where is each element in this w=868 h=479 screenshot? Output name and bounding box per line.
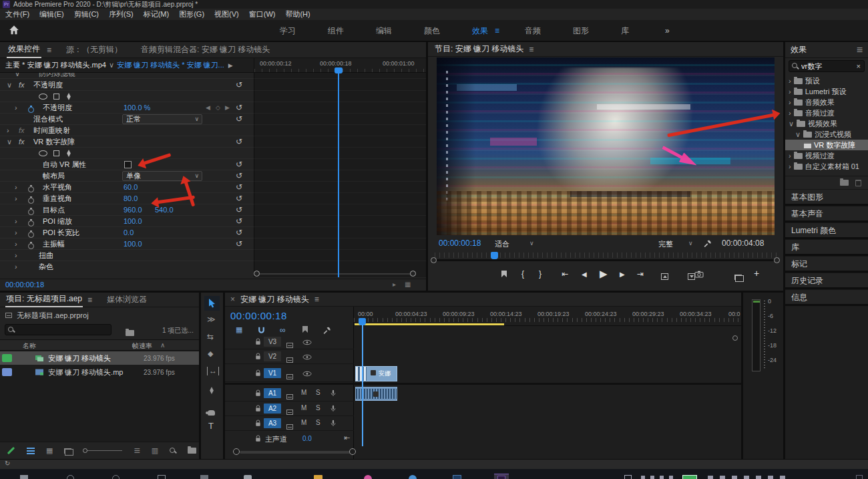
reset-param-icon[interactable]: ↺	[236, 102, 242, 113]
ec-hscroll-handle-right[interactable]	[410, 271, 416, 277]
workspace-tab-editing[interactable]: 编辑	[360, 25, 408, 37]
lock-icon[interactable]	[254, 369, 262, 377]
taskbar-cortana-icon[interactable]	[112, 475, 120, 479]
timeline-sequence-tab[interactable]: 安娜 镰刀 移动镜头	[240, 294, 309, 305]
track-header-v3[interactable]: V3	[225, 335, 354, 349]
tab-project[interactable]: 项目: 无标题项目.aep	[5, 293, 83, 307]
fx-row-frame-layout[interactable]: 帧布局 单像 ∨ ↺	[0, 170, 426, 182]
menu-clip[interactable]: 剪辑(C)	[74, 9, 99, 19]
ec-hscroll-handle-left[interactable]	[254, 271, 260, 277]
effects-panel-menu-icon[interactable]: ≡	[857, 44, 863, 56]
lift-icon[interactable]	[661, 273, 668, 280]
fx-row-vertical-fov[interactable]: › 垂直视角 80.0 ↺	[0, 193, 426, 204]
tool-selection[interactable]	[204, 296, 220, 311]
track-label[interactable]: V3	[264, 337, 281, 347]
playback-resolution-dropdown-icon[interactable]: ∨	[688, 240, 693, 247]
mark-in-icon[interactable]: {	[521, 269, 524, 279]
chevron-down-icon[interactable]: ∨	[7, 136, 12, 148]
sync-lock-icon[interactable]	[286, 424, 293, 430]
button-editor-icon[interactable]: +	[754, 268, 759, 279]
mark-out-icon[interactable]: }	[539, 269, 541, 279]
chevron-right-icon[interactable]: ›	[15, 238, 17, 250]
sync-lock-icon[interactable]	[286, 410, 293, 415]
chevron-right-icon[interactable]: ›	[15, 227, 17, 238]
fx-row-target-point[interactable]: 目标点 960.0 540.0 ↺	[0, 204, 426, 216]
pan-icon[interactable]: ⇤	[344, 434, 350, 442]
panel-tab-essential-sound[interactable]: 基本声音	[785, 206, 868, 220]
zoom-level-dropdown-icon[interactable]: ∨	[529, 240, 534, 247]
param-value-x[interactable]: 960.0	[124, 204, 142, 216]
chevron-right-icon[interactable]: ›	[15, 193, 17, 204]
chevron-right-icon[interactable]: ›	[789, 150, 791, 161]
work-area-bar[interactable]	[355, 323, 504, 325]
chevron-down-icon[interactable]: ∨	[15, 73, 20, 79]
workspace-tab-libraries[interactable]: 库	[605, 25, 645, 37]
track-header-a2[interactable]: A2 M S	[225, 402, 354, 416]
fx-row-vr-glitch-group[interactable]: ∨ fx VR 数字故障 ↺	[0, 136, 426, 148]
reset-param-icon[interactable]: ↺	[236, 204, 242, 215]
tree-item-lumetri-presets[interactable]: ›Lumetri 预设	[785, 86, 868, 97]
voiceover-mic-icon[interactable]	[329, 419, 337, 428]
sync-lock-icon[interactable]	[286, 357, 293, 363]
effect-controls-panel-menu-icon[interactable]: ≡	[47, 45, 51, 55]
tab-source-monitor[interactable]: 源：（无剪辑）	[66, 44, 122, 55]
step-forward-icon[interactable]: ▶	[620, 271, 625, 278]
program-scrubber[interactable]	[428, 252, 783, 264]
lock-icon[interactable]	[254, 353, 262, 360]
workspace-overflow-button[interactable]: »	[645, 26, 690, 35]
pen-mask-icon[interactable]	[65, 92, 72, 101]
fx-row-opacity-group[interactable]: ∨ fx 不透明度 ↺	[0, 79, 426, 91]
lock-icon[interactable]	[254, 435, 262, 442]
taskbar-app-icon[interactable]	[200, 475, 208, 479]
chevron-right-icon[interactable]: ›	[789, 75, 791, 86]
blend-mode-dropdown[interactable]: 正常 ∨	[122, 114, 202, 124]
stopwatch-icon[interactable]	[28, 232, 34, 238]
panel-tab-history[interactable]: 历史记录	[785, 273, 868, 287]
step-back-icon[interactable]: ◀	[582, 271, 587, 278]
timeline-zoom-handle-left[interactable]	[233, 448, 240, 455]
scrubber-handle-right[interactable]	[774, 257, 780, 263]
timeline-timecode[interactable]: 00:00:00:18	[230, 310, 287, 321]
sort-icons-button[interactable]: ≡	[134, 445, 140, 457]
sync-lock-icon[interactable]	[286, 343, 293, 348]
project-writable-icon[interactable]	[7, 447, 15, 454]
workspace-tab-assembly[interactable]: 组件	[312, 25, 360, 37]
fx-row-distort-group[interactable]: › 扭曲	[0, 250, 426, 261]
auto-vr-checkbox[interactable]	[124, 161, 132, 168]
taskbar-search-icon[interactable]	[67, 475, 74, 479]
stopwatch-icon[interactable]	[28, 198, 34, 204]
tool-type[interactable]: T	[208, 421, 214, 431]
tree-item-presets[interactable]: ›预设	[785, 75, 868, 86]
project-item-clip[interactable]: 安娜 镰刀 移动镜头.mp 23.976 fps	[0, 365, 199, 379]
lock-icon[interactable]	[254, 338, 262, 345]
tab-effect-controls[interactable]: 效果控件	[7, 42, 41, 58]
menu-markers[interactable]: 标记(M)	[144, 9, 170, 19]
freeform-view-icon[interactable]	[64, 448, 71, 454]
solo-button[interactable]: S	[316, 404, 320, 412]
filmstrip-icon[interactable]: ▥	[152, 446, 158, 455]
reset-param-icon[interactable]: ↺	[236, 216, 242, 226]
workspace-tab-audio[interactable]: 音频	[509, 25, 557, 37]
track-visibility-eye-icon[interactable]	[302, 339, 312, 345]
timeline-zoom-scrollbar[interactable]	[240, 451, 352, 454]
rect-mask-icon[interactable]	[53, 94, 59, 100]
fx-row-time-remap[interactable]: › fx 时间重映射	[0, 125, 426, 136]
close-sequence-icon[interactable]: ×	[230, 295, 235, 304]
project-search-input[interactable]	[17, 326, 111, 334]
param-value[interactable]: 0.0	[124, 227, 134, 238]
tree-item-video-effects[interactable]: ∨视频效果	[785, 118, 868, 129]
reset-param-icon[interactable]: ↺	[236, 238, 242, 249]
track-header-a1[interactable]: A1 M S	[225, 385, 354, 402]
panel-tab-info[interactable]: 信息	[785, 289, 868, 304]
new-custom-bin-icon[interactable]	[840, 180, 849, 186]
taskbar-app-icon[interactable]	[409, 475, 417, 479]
taskbar-photoshop-icon[interactable]	[453, 475, 461, 479]
track-header-v2[interactable]: V2	[225, 350, 354, 364]
playback-resolution-dropdown[interactable]: 完整	[658, 239, 673, 249]
param-value[interactable]: 60.0	[124, 182, 138, 193]
workspace-tab-effects[interactable]: 效果	[456, 25, 495, 37]
track-label[interactable]: A1	[264, 388, 281, 398]
delete-custom-item-icon[interactable]	[855, 180, 861, 186]
effects-search-box[interactable]: ×	[789, 60, 865, 72]
zoom-slider-knob[interactable]	[83, 448, 87, 453]
